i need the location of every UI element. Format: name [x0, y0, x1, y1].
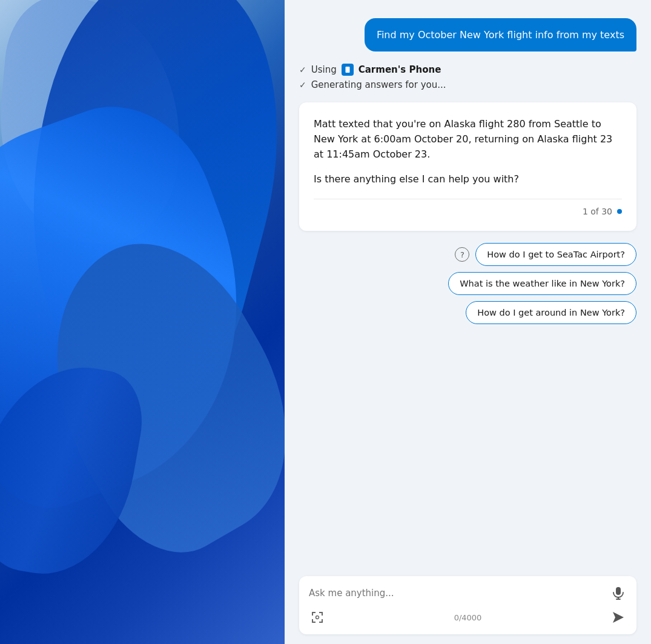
status-indicators: ✓ Using Carmen's Phone ✓ Generating answ… [299, 61, 636, 93]
page-indicator-dot [617, 209, 622, 214]
page-info-text: 1 of 30 [583, 207, 612, 216]
help-icon-label: ? [460, 250, 464, 259]
suggestions-section: ? How do I get to SeaTac Airport? What i… [299, 241, 636, 327]
ai-response-text: Matt texted that you're on Alaska flight… [314, 117, 622, 187]
suggestion-button-2[interactable]: What is the weather like in New York? [448, 272, 636, 295]
source-name: Carmen's Phone [359, 64, 441, 75]
chat-input[interactable] [309, 588, 604, 599]
svg-rect-2 [616, 587, 621, 595]
svg-rect-6 [312, 612, 313, 616]
svg-point-1 [347, 71, 348, 72]
wallpaper-panel [0, 0, 285, 644]
suggestion-button-3[interactable]: How do I get around in New York? [466, 301, 636, 324]
suggestions-help-icon: ? [455, 247, 469, 262]
ai-response-card: Matt texted that you're on Alaska flight… [299, 102, 636, 231]
user-message-bubble: Find my October New York flight info fro… [365, 18, 636, 51]
svg-rect-10 [312, 619, 313, 623]
check-icon-generating: ✓ [299, 80, 306, 90]
input-row [309, 585, 627, 602]
status-using: ✓ Using Carmen's Phone [299, 64, 636, 76]
status-using-label: Using [311, 64, 337, 75]
input-footer: 0/4000 [309, 609, 627, 626]
mic-icon[interactable] [610, 585, 627, 602]
suggestions-row-1: ? How do I get to SeaTac Airport? [299, 243, 636, 266]
ai-response-paragraph2: Is there anything else I can help you wi… [314, 172, 622, 187]
card-footer: 1 of 30 [314, 199, 622, 216]
user-message-text: Find my October New York flight info fro… [377, 29, 624, 41]
svg-point-13 [316, 616, 319, 619]
char-count: 0/4000 [454, 613, 482, 622]
suggestions-list: What is the weather like in New York? Ho… [299, 272, 636, 324]
status-generating: ✓ Generating answers for you... [299, 79, 636, 90]
camera-scan-icon[interactable] [309, 609, 326, 626]
input-area: 0/4000 [299, 576, 636, 634]
phone-icon [342, 64, 354, 76]
svg-rect-8 [322, 612, 323, 616]
check-icon-using: ✓ [299, 65, 306, 75]
ai-response-paragraph1: Matt texted that you're on Alaska flight… [314, 117, 622, 162]
chat-panel: Find my October New York flight info fro… [285, 0, 651, 644]
cursor-send-icon[interactable] [610, 609, 627, 626]
suggestion-button-1[interactable]: How do I get to SeaTac Airport? [475, 243, 636, 266]
svg-rect-12 [322, 619, 323, 623]
chat-content: Find my October New York flight info fro… [285, 0, 651, 576]
status-generating-label: Generating answers for you... [311, 79, 446, 90]
